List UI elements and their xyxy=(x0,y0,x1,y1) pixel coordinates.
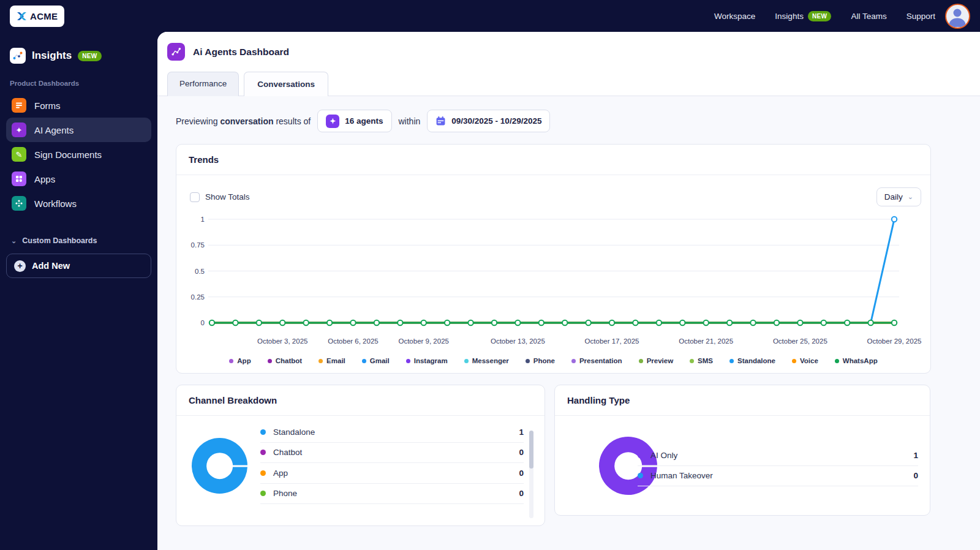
legend-label: WhatsApp xyxy=(843,357,878,364)
top-navigation-bar: ACME Workspace Insights NEW All Teams Su… xyxy=(0,0,980,32)
sidebar-item-ai-agents[interactable]: ✦ AI Agents xyxy=(6,118,151,142)
legend-item-app[interactable]: App xyxy=(229,357,251,364)
sidebar-item-workflows[interactable]: Workflows xyxy=(6,191,151,216)
handling-row-ai-only[interactable]: AI Only1 xyxy=(638,445,918,466)
sidebar-new-badge: NEW xyxy=(78,51,102,61)
legend-item-instagram[interactable]: Instagram xyxy=(406,357,448,364)
chevron-down-icon: ⌄ xyxy=(908,193,913,201)
row-label: AI Only xyxy=(650,451,677,460)
legend-label: App xyxy=(237,357,251,364)
acme-logo[interactable]: ACME xyxy=(10,6,64,27)
legend-dot xyxy=(406,359,410,363)
scrollbar-thumb[interactable] xyxy=(529,431,533,469)
row-value: 1 xyxy=(913,451,918,460)
legend-item-email[interactable]: Email xyxy=(318,357,345,364)
row-dot xyxy=(260,429,266,435)
tab-conversations[interactable]: Conversations xyxy=(244,72,328,96)
legend-item-standalone[interactable]: Standalone xyxy=(729,357,775,364)
nav-workspace[interactable]: Workspace xyxy=(714,12,755,21)
legend-dot xyxy=(690,359,694,363)
channel-scrollbar[interactable] xyxy=(529,431,533,518)
legend-dot xyxy=(268,359,272,363)
sidebar-insights-label[interactable]: Insights xyxy=(32,50,72,62)
user-avatar[interactable] xyxy=(945,4,970,29)
svg-text:October 13, 2025: October 13, 2025 xyxy=(491,337,545,345)
legend-item-sms[interactable]: SMS xyxy=(690,357,713,364)
channel-row-chatbot[interactable]: Chatbot0 xyxy=(260,443,524,464)
legend-item-presentation[interactable]: Presentation xyxy=(571,357,622,364)
dashboard-icon xyxy=(167,43,185,61)
legend-item-preview[interactable]: Preview xyxy=(639,357,673,364)
row-value: 0 xyxy=(519,448,524,457)
section-product-dashboards: Product Dashboards xyxy=(0,64,157,93)
row-label: Phone xyxy=(273,489,297,498)
legend-label: Messenger xyxy=(472,357,509,364)
legend-label: Phone xyxy=(533,357,555,364)
agent-sparkle-icon: ✦ xyxy=(326,115,339,128)
nav-all-teams[interactable]: All Teams xyxy=(851,12,886,21)
calendar-icon xyxy=(435,116,446,126)
legend-label: SMS xyxy=(698,357,713,364)
show-totals-checkbox[interactable]: Show Totals xyxy=(190,192,250,202)
legend-item-chatbot[interactable]: Chatbot xyxy=(268,357,302,364)
legend-dot xyxy=(229,359,233,363)
sidebar-item-sign-documents[interactable]: ✎ Sign Documents xyxy=(6,142,151,167)
svg-text:October 9, 2025: October 9, 2025 xyxy=(398,337,448,345)
trends-chart: 00.250.50.751October 3, 2025October 6, 2… xyxy=(176,211,930,353)
row-label: Chatbot xyxy=(273,448,302,457)
main-panel: Ai Agents Dashboard Performance Conversa… xyxy=(157,32,980,550)
custom-dashboards-toggle[interactable]: ⌄ Custom Dashboards xyxy=(0,216,157,254)
handling-type-card: Handling Type AI Only1Human Takeover0 xyxy=(554,385,930,516)
sidebar-item-forms[interactable]: Forms xyxy=(6,93,151,118)
legend-label: Gmail xyxy=(370,357,390,364)
svg-text:0.5: 0.5 xyxy=(195,268,205,275)
legend-dot xyxy=(835,359,839,363)
legend-label: Chatbot xyxy=(276,357,302,364)
row-value: 0 xyxy=(913,471,918,480)
svg-text:October 29, 2025: October 29, 2025 xyxy=(867,337,922,345)
handling-row-human-takeover[interactable]: Human Takeover0 xyxy=(638,466,918,487)
forms-icon xyxy=(12,98,26,113)
interval-dropdown[interactable]: Daily ⌄ xyxy=(876,187,921,206)
acme-logo-icon xyxy=(17,12,27,21)
checkbox-box[interactable] xyxy=(190,192,200,202)
channel-row-phone[interactable]: Phone0 xyxy=(260,484,524,505)
nav-support[interactable]: Support xyxy=(907,12,935,21)
legend-dot xyxy=(362,359,366,363)
row-label: App xyxy=(273,469,288,478)
page-title: Ai Agents Dashboard xyxy=(193,47,289,58)
legend-item-messenger[interactable]: Messenger xyxy=(464,357,509,364)
legend-item-whatsapp[interactable]: WhatsApp xyxy=(835,357,878,364)
legend-item-phone[interactable]: Phone xyxy=(526,357,555,364)
legend-label: Instagram xyxy=(414,357,448,364)
agents-selector-button[interactable]: ✦ 16 agents xyxy=(317,110,391,132)
legend-dot xyxy=(464,359,469,363)
channel-row-app[interactable]: App0 xyxy=(260,463,524,484)
handling-type-title: Handling Type xyxy=(555,385,930,416)
legend-label: Voice xyxy=(800,357,818,364)
svg-text:1: 1 xyxy=(201,216,205,223)
row-label: Human Takeover xyxy=(650,471,713,480)
sidebar: Insights NEW Product Dashboards Forms ✦ … xyxy=(0,32,157,550)
nav-insights[interactable]: Insights NEW xyxy=(775,11,831,21)
row-dot xyxy=(638,473,643,478)
channel-breakdown-donut xyxy=(192,438,247,494)
row-dot xyxy=(260,450,266,455)
legend-label: Standalone xyxy=(737,357,775,364)
sidebar-item-apps[interactable]: Apps xyxy=(6,167,151,191)
legend-item-voice[interactable]: Voice xyxy=(792,357,818,364)
svg-text:October 21, 2025: October 21, 2025 xyxy=(679,337,733,345)
filter-text: Previewing conversation results of xyxy=(176,116,311,126)
legend-dot xyxy=(792,359,796,363)
channel-row-standalone[interactable]: Standalone1 xyxy=(260,422,524,443)
legend-item-gmail[interactable]: Gmail xyxy=(362,357,390,364)
legend-dot xyxy=(526,359,530,363)
legend-dot xyxy=(729,359,734,363)
row-label: Standalone xyxy=(273,428,315,437)
tab-performance[interactable]: Performance xyxy=(167,72,239,96)
row-dot xyxy=(638,453,643,458)
legend-label: Email xyxy=(326,357,345,364)
workflows-icon xyxy=(12,196,26,211)
date-range-button[interactable]: 09/30/2025 - 10/29/2025 xyxy=(427,110,550,132)
add-new-button[interactable]: + Add New xyxy=(6,254,151,278)
